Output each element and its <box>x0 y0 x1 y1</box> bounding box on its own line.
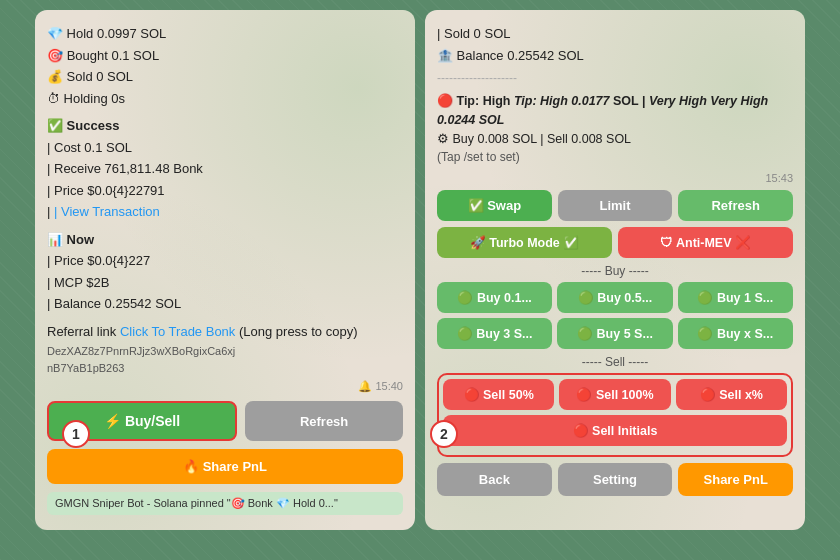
view-transaction-line[interactable]: | | View Transaction <box>47 202 403 222</box>
buy-sell-sol: ⚙ Buy 0.008 SOL | Sell 0.008 SOL <box>437 130 793 149</box>
sell-initials-button[interactable]: 🔴 Sell Initials <box>443 415 787 446</box>
sell-100-button[interactable]: 🔴 Sell 100% <box>559 379 670 410</box>
tip-box: 🔴 Tip: High Tip: High 0.0177 SOL | Very … <box>437 91 793 166</box>
circle-number-1: 1 <box>62 420 90 448</box>
now-price: | Price $0.0{4}227 <box>47 251 403 271</box>
buy-buttons-row-1: 🟢 Buy 0.1... 🟢 Buy 0.5... 🟢 Buy 1 S... <box>437 282 793 313</box>
cost-line: | Cost 0.1 SOL <box>47 138 403 158</box>
receive-line: | Receive 761,811.48 Bonk <box>47 159 403 179</box>
buy-buttons-row-2: 🟢 Buy 3 S... 🟢 Buy 5 S... 🟢 Buy x S... <box>437 318 793 349</box>
sell-buttons-row-1: 🔴 Sell 50% 🔴 Sell 100% 🔴 Sell x% <box>443 379 787 410</box>
share-pnl-button-2[interactable]: Share PnL <box>678 463 793 496</box>
referral-address: DezXAZ8z7PnrnRJjz3wXBoRgixCa6xjnB7YaB1pB… <box>47 343 403 376</box>
back-button[interactable]: Back <box>437 463 552 496</box>
mode-row: 🚀 Turbo Mode ✅ 🛡 Anti-MEV ❌ <box>437 227 793 258</box>
referral-link[interactable]: Click To Trade Bonk <box>120 324 235 339</box>
panel-2: | Sold 0 SOL 🏦 Balance 0.25542 SOL -----… <box>425 10 805 530</box>
sell-x-button[interactable]: 🔴 Sell x% <box>676 379 787 410</box>
anti-mev-button[interactable]: 🛡 Anti-MEV ❌ <box>618 227 793 258</box>
holding-line: ⏱ Holding 0s <box>47 89 403 109</box>
buy-section-label: ----- Buy ----- <box>437 264 793 278</box>
hold-line: 💎 Hold 0.0997 SOL <box>47 24 403 44</box>
bottom-row: Back Setting Share PnL <box>437 463 793 496</box>
timestamp-1: 🔔 15:40 <box>47 380 403 393</box>
p2-balance-line: 🏦 Balance 0.25542 SOL <box>437 46 793 66</box>
turbo-mode-button[interactable]: 🚀 Turbo Mode ✅ <box>437 227 612 258</box>
tip-high: Tip: High 0.0177 <box>514 94 610 108</box>
bought-line: 🎯 Bought 0.1 SOL <box>47 46 403 66</box>
buy-1s-button[interactable]: 🟢 Buy 1 S... <box>678 282 793 313</box>
price-line: | Price $0.0{4}22791 <box>47 181 403 201</box>
panel-1: 💎 Hold 0.0997 SOL 🎯 Bought 0.1 SOL 💰 Sol… <box>35 10 415 530</box>
sell-50-button[interactable]: 🔴 Sell 50% <box>443 379 554 410</box>
buy-xs-button[interactable]: 🟢 Buy x S... <box>678 318 793 349</box>
sell-section-label: ----- Sell ----- <box>437 355 793 369</box>
share-row: 🔥 Share PnL <box>47 449 403 484</box>
timestamp-2: 15:43 <box>437 172 793 184</box>
sell-highlighted-box: 🔴 Sell 50% 🔴 Sell 100% 🔴 Sell x% 🔴 Sell … <box>437 373 793 457</box>
view-transaction-link[interactable]: | View Transaction <box>54 204 160 219</box>
action-buttons-row: ⚡ Buy/Sell Refresh <box>47 401 403 441</box>
refresh-button-2[interactable]: Refresh <box>678 190 793 221</box>
swap-row: ✅ Swap Limit Refresh <box>437 190 793 221</box>
setting-button[interactable]: Setting <box>558 463 673 496</box>
referral-info: Referral link Click To Trade Bonk (Long … <box>47 322 403 342</box>
divider-line: -------------------- <box>437 71 793 85</box>
now-mcp: | MCP $2B <box>47 273 403 293</box>
circle-number-2: 2 <box>430 420 458 448</box>
share-pnl-button[interactable]: 🔥 Share PnL <box>47 449 403 484</box>
tap-note: (Tap /set to set) <box>437 148 793 166</box>
now-label: 📊 Now <box>47 230 403 250</box>
now-balance: | Balance 0.25542 SOL <box>47 294 403 314</box>
buy-5s-button[interactable]: 🟢 Buy 5 S... <box>557 318 672 349</box>
limit-button[interactable]: Limit <box>558 190 673 221</box>
success-label: ✅ Success <box>47 116 403 136</box>
pinned-bar: GMGN Sniper Bot - Solana pinned "🎯 Bonk … <box>47 492 403 515</box>
buy-3s-button[interactable]: 🟢 Buy 3 S... <box>437 318 552 349</box>
buy-01-button[interactable]: 🟢 Buy 0.1... <box>437 282 552 313</box>
buy-05-button[interactable]: 🟢 Buy 0.5... <box>557 282 672 313</box>
sold-line: 💰 Sold 0 SOL <box>47 67 403 87</box>
refresh-button-1[interactable]: Refresh <box>245 401 403 441</box>
swap-button[interactable]: ✅ Swap <box>437 190 552 221</box>
sell-initials-row: 🔴 Sell Initials <box>443 415 787 446</box>
p2-sold-line: | Sold 0 SOL <box>437 24 793 44</box>
